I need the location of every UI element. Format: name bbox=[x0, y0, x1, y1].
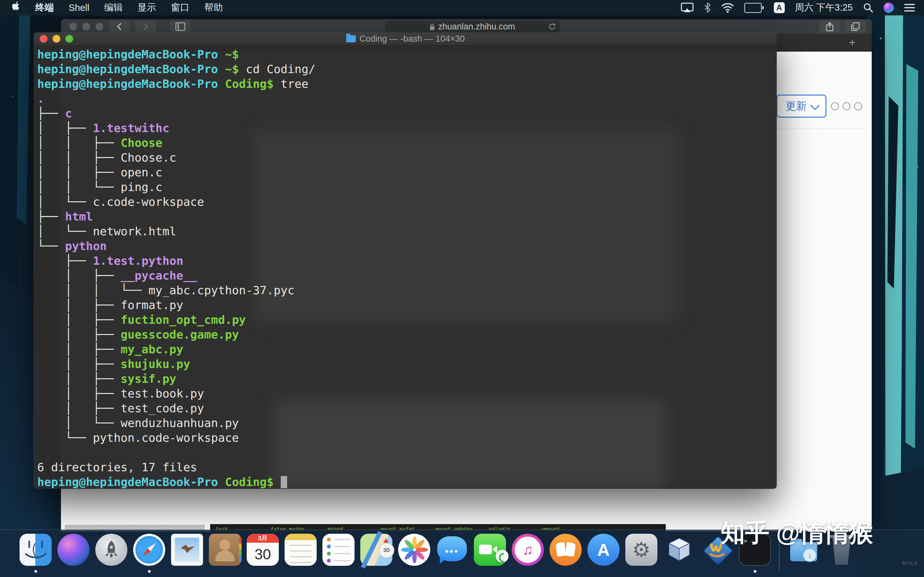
gear-icon: ⚙ bbox=[632, 538, 650, 562]
dock-item-calendar[interactable]: 3月 30 bbox=[247, 534, 279, 566]
dock-item-mail[interactable] bbox=[171, 534, 203, 566]
airplay-icon[interactable] bbox=[681, 3, 694, 13]
dock-item-safari[interactable] bbox=[133, 534, 165, 566]
dock-item-virtualbox[interactable] bbox=[663, 534, 695, 566]
dock-item-photos[interactable] bbox=[398, 534, 430, 566]
dock-item-finder[interactable] bbox=[19, 534, 52, 566]
battery-icon[interactable] bbox=[744, 3, 764, 13]
running-indicator bbox=[148, 570, 151, 573]
menu-item-help[interactable]: 帮助 bbox=[204, 1, 223, 14]
forward-button[interactable] bbox=[136, 21, 156, 33]
music-note-icon: ♫ bbox=[523, 542, 533, 558]
dock-item-notes[interactable] bbox=[284, 534, 317, 566]
terminal-body[interactable]: heping@hepingdeMacBook-Pro ~$heping@hepi… bbox=[34, 45, 777, 489]
chevron-down-icon bbox=[810, 100, 820, 110]
terminal-window[interactable]: Coding — -bash — 104×30 heping@hepingdeM… bbox=[34, 32, 777, 489]
wifi-icon[interactable] bbox=[721, 3, 734, 13]
menu-item-view[interactable]: 显示 bbox=[137, 1, 156, 14]
new-tab-button[interactable]: + bbox=[849, 36, 856, 49]
menu-item-shell[interactable]: Shell bbox=[69, 3, 89, 13]
wallpaper-signature: MIKA bbox=[902, 560, 918, 567]
bluetooth-icon[interactable] bbox=[704, 2, 711, 13]
download-arrow-icon: ↓ bbox=[803, 548, 817, 562]
dock-item-contacts[interactable] bbox=[209, 534, 241, 566]
background-bleed bbox=[275, 400, 666, 489]
dock-item-itunes[interactable]: ♫ bbox=[512, 534, 544, 566]
menu-bar: 终端 Shell 编辑 显示 窗口 帮助 A 周六 下午3:25 bbox=[0, 0, 924, 15]
notification-center-icon[interactable] bbox=[904, 3, 915, 12]
lock-icon bbox=[430, 23, 435, 31]
maps-3d-badge: 3D bbox=[379, 543, 394, 558]
url-text: zhuanlan.zhihu.com bbox=[438, 22, 515, 32]
background-bleed bbox=[254, 128, 679, 322]
dock-item-maps[interactable]: 3D bbox=[360, 534, 393, 566]
menu-item-terminal-app[interactable]: 终端 bbox=[35, 1, 54, 14]
dock-item-app-store[interactable]: A bbox=[588, 534, 620, 566]
more-options-icon[interactable] bbox=[831, 102, 862, 110]
calendar-day: 30 bbox=[247, 543, 279, 566]
address-bar[interactable]: zhuanlan.zhihu.com bbox=[385, 21, 560, 33]
calendar-month: 3月 bbox=[247, 534, 279, 543]
dock-item-siri[interactable] bbox=[57, 534, 89, 566]
terminal-title-bar[interactable]: Coding — -bash — 104×30 bbox=[34, 32, 777, 45]
dock-item-launchpad[interactable] bbox=[95, 534, 128, 566]
input-source-icon[interactable]: A bbox=[774, 2, 785, 13]
zhihu-watermark: 知乎 @惰惰猴 bbox=[720, 517, 873, 550]
safari-traffic-lights[interactable] bbox=[61, 23, 103, 31]
terminal-lines: heping@hepingdeMacBook-Pro ~$heping@hepi… bbox=[37, 47, 315, 489]
sidebar-toggle-icon[interactable] bbox=[170, 21, 191, 33]
share-icon[interactable] bbox=[819, 21, 840, 33]
running-indicator bbox=[754, 570, 756, 573]
back-button[interactable] bbox=[109, 21, 129, 33]
dock-item-reminders[interactable] bbox=[322, 534, 355, 566]
zhihu-update-button[interactable]: 更新 bbox=[776, 95, 827, 118]
spotlight-icon[interactable] bbox=[863, 3, 873, 13]
apple-menu-icon[interactable] bbox=[12, 2, 21, 14]
menu-item-window[interactable]: 窗口 bbox=[171, 1, 190, 14]
tab-overview-icon[interactable] bbox=[845, 21, 866, 33]
dock-item-books[interactable] bbox=[549, 534, 582, 566]
siri-icon[interactable] bbox=[884, 3, 894, 13]
dock-item-system-preferences[interactable]: ⚙ bbox=[625, 534, 657, 566]
menubar-clock[interactable]: 周六 下午3:25 bbox=[795, 1, 853, 14]
dock-item-messages[interactable]: ••• bbox=[436, 534, 468, 566]
terminal-cursor bbox=[281, 476, 287, 488]
running-indicator bbox=[34, 570, 37, 573]
reload-icon[interactable] bbox=[548, 23, 556, 33]
folder-icon bbox=[346, 35, 356, 42]
safari-toolbar: zhuanlan.zhihu.com bbox=[61, 19, 872, 34]
page-divider bbox=[769, 129, 866, 129]
terminal-window-title: Coding — -bash — 104×30 bbox=[360, 34, 465, 44]
dock-item-facetime[interactable] bbox=[474, 534, 506, 566]
menu-item-edit[interactable]: 编辑 bbox=[104, 1, 123, 14]
